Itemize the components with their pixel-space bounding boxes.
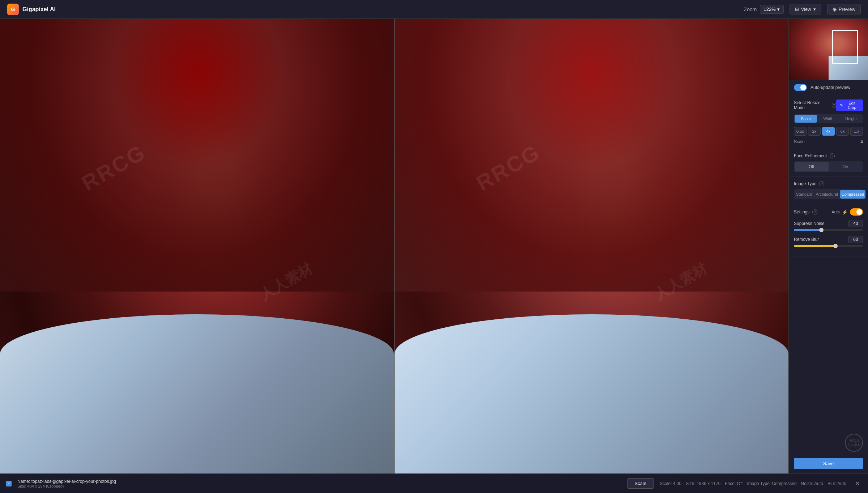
main-area: RRCG 人人素材 RRCG 人人素材 [0, 19, 868, 473]
blur-info: Blur: Auto [827, 481, 846, 486]
suppress-noise-fill [794, 229, 821, 231]
bottom-bar: ✓ Name: topaz-labs-gigapixel-ai-crop-you… [0, 473, 868, 493]
img-type-standard[interactable]: Standard [795, 190, 814, 199]
preview-label: Preview [839, 7, 855, 12]
file-name-value: topaz-labs-gigapixel-ai-crop-your-photos… [31, 479, 116, 484]
face-refinement-help-icon[interactable]: ? [830, 153, 835, 158]
scale-buttons: 0.5x 2x 4x 6x ...x [794, 127, 863, 136]
auto-update-toggle[interactable] [794, 84, 807, 91]
settings-help-icon[interactable]: ? [812, 209, 817, 214]
remove-blur-value[interactable]: 60 [848, 236, 863, 243]
settings-right: Auto ⚡ [831, 208, 863, 216]
settings-auto-toggle[interactable] [850, 208, 863, 216]
scale-custom-button[interactable]: ...x [850, 127, 863, 136]
view-chevron-icon: ▾ [813, 7, 816, 12]
export-info: Scale: 4.00 Size: 1936 x 1176 Face: Off … [660, 481, 846, 486]
image-type-help-icon[interactable]: ? [819, 181, 824, 186]
face-ref-tabs: Off On [794, 161, 863, 172]
logo-area: G Gigapixel AI [7, 4, 56, 15]
scale-4x-button[interactable]: 4x [822, 127, 835, 136]
scale-6x-button[interactable]: 6x [836, 127, 849, 136]
resize-mode-title: Select Resize Mode [794, 100, 829, 110]
auto-update-row: Auto-update preview [789, 80, 868, 95]
auto-badge: Auto [831, 210, 840, 214]
file-checkbox-area[interactable]: ✓ [6, 481, 12, 486]
image-type-info: Image Type: Compressed [747, 481, 796, 486]
mode-tab-scale[interactable]: Scale [795, 115, 817, 123]
edit-crop-button[interactable]: ✎ Edit Crop [836, 99, 863, 111]
suppress-noise-value[interactable]: 40 [848, 220, 863, 227]
zoom-area: Zoom 122% ▾ [744, 5, 784, 14]
right-panel: Auto-update preview Select Resize Mode ?… [788, 19, 868, 473]
face-refinement-title: Face Refinement [794, 153, 827, 158]
file-info: Name: topaz-labs-gigapixel-ai-crop-your-… [17, 479, 621, 488]
suppress-noise-label-row: Suppress Noise 40 [794, 220, 863, 227]
thumbnail-preview [789, 19, 868, 80]
thumbnail-crop-box [832, 30, 858, 64]
settings-section: Settings ? Auto ⚡ Suppress Noise 40 [789, 204, 868, 256]
remove-blur-track[interactable] [794, 245, 863, 247]
scale-value: 4 [860, 139, 863, 144]
img-type-architectural[interactable]: Architectural [814, 190, 839, 199]
view-button[interactable]: ⊞ View ▾ [790, 4, 821, 14]
resize-mode-section: Select Resize Mode ? ✎ Edit Crop Scale W… [789, 95, 868, 149]
app-title: Gigapixel AI [22, 6, 56, 13]
settings-title: Settings [794, 209, 809, 214]
image-type-tabs: Standard Architectural Compressed [794, 189, 863, 199]
scale-label: Scale [794, 139, 805, 144]
save-button[interactable]: Save [794, 458, 863, 469]
settings-header: Settings ? Auto ⚡ [794, 208, 863, 216]
zoom-value: 122% [764, 7, 776, 12]
file-size-value: 484 x 294 (Cropped) [27, 484, 64, 488]
remove-blur-label-row: Remove Blur 60 [794, 236, 863, 243]
face-tab-off[interactable]: Off [795, 162, 829, 171]
eye-icon: ◉ [833, 7, 837, 12]
face-info: Face: Off [725, 481, 743, 486]
grid-icon: ⊞ [795, 7, 799, 12]
resize-mode-title-row: Select Resize Mode ? ✎ Edit Crop [794, 99, 863, 111]
scale-2x-button[interactable]: 2x [808, 127, 821, 136]
topbar: G Gigapixel AI Zoom 122% ▾ ⊞ View ▾ ◉ Pr… [0, 0, 868, 19]
split-images: RRCG 人人素材 RRCG 人人素材 [0, 19, 788, 473]
scale-0.5x-button[interactable]: 0.5x [794, 127, 807, 136]
zoom-label: Zoom [744, 7, 757, 12]
file-size: Size: 484 x 294 (Cropped) [17, 484, 621, 488]
canvas-area[interactable]: RRCG 人人素材 RRCG 人人素材 [0, 19, 788, 473]
face-refinement-section: Face Refinement ? Off On [789, 149, 868, 177]
file-checkbox[interactable]: ✓ [6, 481, 12, 486]
scale-info: Scale: 4.00 [660, 481, 681, 486]
zoom-control[interactable]: 122% ▾ [760, 5, 784, 14]
file-name: Name: topaz-labs-gigapixel-ai-crop-your-… [17, 479, 621, 484]
crop-icon: ✎ [840, 103, 843, 108]
remove-blur-slider-section: Remove Blur 60 [794, 236, 863, 247]
app-logo-icon: G [7, 4, 19, 15]
file-size-label: Size: [17, 484, 26, 488]
suppress-noise-slider-section: Suppress Noise 40 [794, 220, 863, 231]
view-label: View [801, 7, 811, 12]
close-button[interactable]: ✕ [852, 479, 862, 489]
suppress-noise-thumb[interactable] [819, 228, 824, 232]
settings-title-row: Settings ? [794, 209, 817, 214]
image-type-title: Image Type [794, 181, 816, 186]
img-type-compressed[interactable]: Compressed [840, 190, 865, 199]
resize-mode-help-icon[interactable]: ? [832, 103, 837, 108]
face-tab-on[interactable]: On [829, 162, 863, 171]
image-type-section: Image Type ? Standard Architectural Comp… [789, 177, 868, 204]
file-name-label: Name: [17, 479, 30, 484]
mode-tab-height[interactable]: Height [840, 115, 862, 123]
noise-info: Noise: Auto [801, 481, 823, 486]
preview-button[interactable]: ◉ Preview [827, 4, 861, 14]
lightning-icon: ⚡ [842, 209, 848, 215]
remove-blur-thumb[interactable] [833, 244, 838, 248]
processed-image-half: RRCG 人人素材 [395, 19, 788, 473]
suppress-noise-track[interactable] [794, 229, 863, 231]
auto-update-label: Auto-update preview [810, 85, 850, 90]
suppress-noise-label: Suppress Noise [794, 221, 825, 226]
size-info: Size: 1936 x 1176 [686, 481, 720, 486]
scale-row: Scale 4 [794, 139, 863, 144]
original-image-half: RRCG 人人素材 [0, 19, 395, 473]
mode-tab-width[interactable]: Width [817, 115, 839, 123]
remove-blur-label: Remove Blur [794, 237, 819, 242]
bottom-scale-button[interactable]: Scale [627, 478, 654, 489]
remove-blur-fill [794, 245, 835, 247]
